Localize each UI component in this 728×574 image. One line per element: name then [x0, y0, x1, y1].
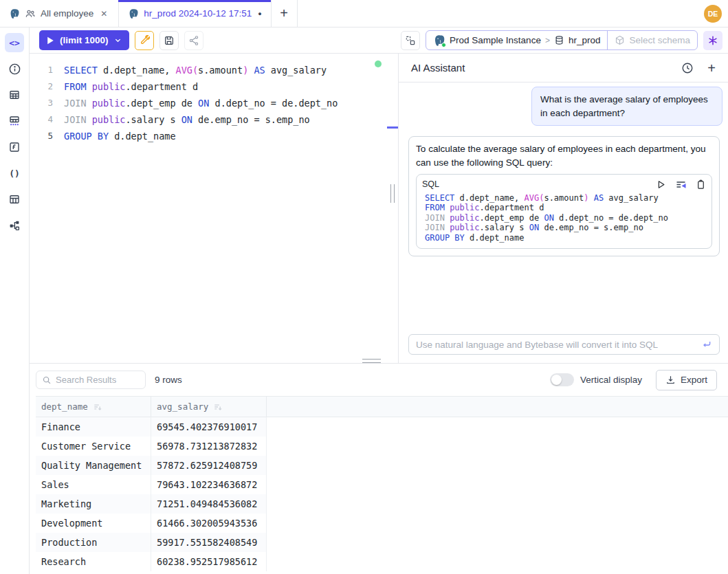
save-icon: [164, 35, 175, 46]
vertical-display-toggle[interactable]: [550, 373, 574, 386]
sql-line: JOIN public.salary s ON de.emp_no = s.em…: [422, 223, 706, 233]
sidebar-item-tables[interactable]: [5, 85, 24, 104]
sql-line: 2FROM public.department d: [30, 78, 388, 95]
search-results-input[interactable]: Search Results: [36, 371, 146, 389]
format-sql-button[interactable]: [401, 31, 420, 50]
connection-status-dot: [441, 43, 446, 47]
sidebar-item-views[interactable]: [5, 190, 24, 209]
results-table: dept_name avg_salary Finance69545.402376…: [36, 396, 728, 571]
ai-prompt-input[interactable]: Use natural language and Bytebase will c…: [408, 334, 720, 355]
sidebar-item-external-tables[interactable]: [5, 111, 24, 131]
table-cell: 69545.402376910017: [151, 417, 267, 437]
worksheet-people-icon: [25, 8, 36, 19]
save-button[interactable]: [159, 31, 179, 50]
vertical-resize-handle[interactable]: [390, 184, 395, 203]
schema-cube-icon: [615, 35, 625, 45]
ai-input-placeholder: Use natural language and Bytebase will c…: [416, 340, 701, 350]
table-row[interactable]: Development61466.302005943536: [36, 514, 267, 533]
new-chat-icon[interactable]: +: [707, 61, 716, 75]
share-button[interactable]: [184, 31, 203, 50]
sort-icon: [213, 402, 223, 412]
copy-code-icon[interactable]: [696, 179, 706, 190]
horizontal-resize-handle[interactable]: [362, 359, 381, 363]
code-icon: <>: [9, 38, 20, 48]
column-header-dept-name[interactable]: dept_name: [36, 397, 151, 417]
sql-line: 4JOIN public.salary s ON de.emp_no = s.e…: [30, 111, 388, 128]
run-query-button[interactable]: (limit 1000): [39, 30, 129, 50]
ai-assistant-button[interactable]: [703, 31, 723, 50]
ai-assistant-panel: AI Assistant + What is the average salar…: [398, 54, 728, 363]
fix-wrench-button[interactable]: [135, 31, 154, 50]
history-clock-icon[interactable]: [681, 62, 694, 74]
sidebar-item-info[interactable]: [5, 59, 24, 78]
tab-bar: All employee ✕ hr_prod 2024-10-12 17:51 …: [0, 0, 728, 27]
insert-into-editor-icon[interactable]: [675, 179, 687, 190]
table-row[interactable]: Customer Service56978.731213872832: [36, 437, 267, 456]
new-tab-button[interactable]: +: [272, 0, 298, 27]
sql-line: SELECT d.dept_name, AVG(s.amount) AS avg…: [422, 193, 706, 203]
avatar[interactable]: DE: [704, 5, 722, 23]
schema-placeholder: Select schema: [629, 35, 690, 45]
table-cell: Finance: [36, 417, 151, 437]
instance-database-selector[interactable]: Prod Sample Instance > hr_prod: [426, 31, 607, 49]
search-placeholder: Search Results: [56, 375, 116, 385]
editor-scroll-thumb[interactable]: [387, 126, 398, 129]
schema-diagram-icon: [8, 219, 21, 232]
line-number: 4: [30, 111, 53, 128]
toggle-knob: [551, 375, 562, 385]
line-number: 3: [30, 95, 53, 111]
search-icon: [42, 375, 52, 385]
schema-selector[interactable]: Select schema: [607, 31, 697, 49]
table-cell: Marketing: [36, 494, 151, 514]
table-row[interactable]: Research60238.952517985612: [36, 552, 267, 571]
export-label: Export: [681, 375, 707, 385]
format-icon: [405, 35, 416, 46]
column-header-avg-salary[interactable]: avg_salary: [151, 397, 267, 417]
table-row[interactable]: Marketing71251.049484536082: [36, 494, 267, 514]
code-block-language-label: SQL: [422, 178, 656, 190]
connection-selector: Prod Sample Instance > hr_prod Select sc…: [426, 30, 698, 50]
export-button[interactable]: Export: [656, 370, 717, 390]
table-cell: 60238.952517985612: [151, 552, 267, 571]
sql-line: GROUP BY d.dept_name: [422, 233, 706, 243]
table-row[interactable]: Production59917.551582408549: [36, 533, 267, 552]
editor-toolbar: (limit 1000) Prod Sample Instance: [30, 27, 728, 54]
vertical-display-label: Vertical display: [580, 375, 642, 385]
column-label: dept_name: [41, 401, 88, 412]
sidebar-item-sql-editor[interactable]: <>: [5, 33, 24, 52]
connection-health-dot: [375, 60, 382, 67]
ai-panel-title: AI Assistant: [411, 62, 681, 74]
assistant-message: To calculate the average salary of emplo…: [408, 136, 720, 256]
table-row[interactable]: Sales79643.102234636872: [36, 475, 267, 494]
tab-label: hr_prod 2024-10-12 17:51: [144, 8, 252, 19]
unsaved-indicator: ●: [258, 10, 261, 17]
sidebar: <> (): [0, 27, 30, 574]
sidebar-item-functions[interactable]: [5, 137, 24, 157]
sidebar-item-procedures[interactable]: (): [5, 164, 24, 183]
view-table-icon: [8, 193, 21, 206]
tab-all-employee[interactable]: All employee ✕: [0, 0, 119, 27]
return-icon[interactable]: [701, 339, 712, 350]
close-icon[interactable]: ✕: [98, 8, 109, 20]
postgresql-icon: [128, 8, 139, 19]
table-cell: 59917.551582408549: [151, 533, 267, 552]
results-panel: Search Results 9 rows Vertical display E…: [30, 363, 728, 574]
sql-editor[interactable]: 1SELECT d.dept_name, AVG(s.amount) AS av…: [30, 54, 388, 362]
tab-hr-prod[interactable]: hr_prod 2024-10-12 17:51 ●: [119, 0, 271, 27]
sidebar-item-schema-diagram[interactable]: [5, 216, 24, 235]
column-label: avg_salary: [157, 401, 208, 412]
table-cell: 71251.049484536082: [151, 494, 267, 514]
run-code-icon[interactable]: [656, 179, 666, 190]
sql-line: FROM public.department d: [422, 203, 706, 213]
row-count: 9 rows: [155, 375, 182, 385]
table-header-filler: [267, 397, 728, 417]
sql-editor-app: All employee ✕ hr_prod 2024-10-12 17:51 …: [0, 0, 728, 574]
table-cell: Customer Service: [36, 437, 151, 456]
table-row[interactable]: Quality Management57872.625912408759: [36, 456, 267, 475]
chevron-down-icon: [114, 36, 122, 44]
sql-line: 1SELECT d.dept_name, AVG(s.amount) AS av…: [30, 62, 388, 78]
table-cell: Research: [36, 552, 151, 571]
table-row[interactable]: Finance69545.402376910017: [36, 417, 267, 437]
share-icon: [188, 35, 199, 46]
function-icon: [8, 141, 21, 153]
